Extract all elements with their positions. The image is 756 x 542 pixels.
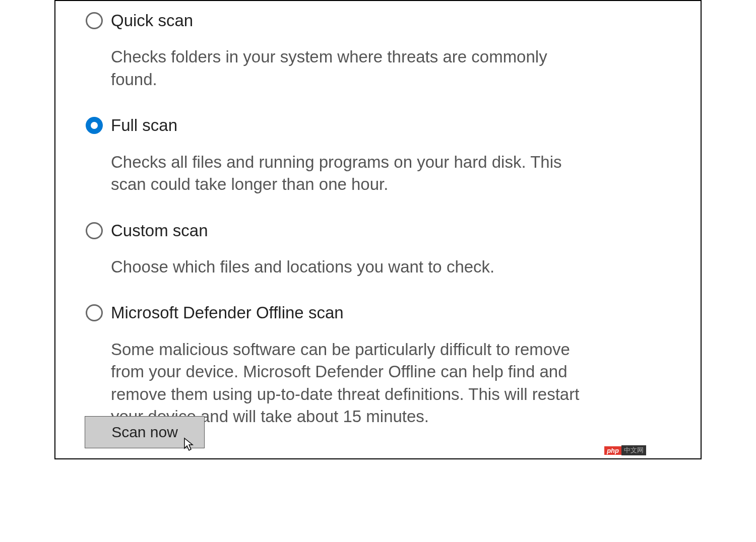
option-content: Full scan Checks all files and running p… (111, 115, 580, 195)
option-content: Custom scan Choose which files and locat… (111, 220, 580, 279)
watermark-right: 中文网 (621, 445, 646, 455)
custom-scan-label[interactable]: Custom scan (111, 220, 580, 241)
radio-unchecked-icon (86, 304, 103, 321)
scan-option-full: Full scan Checks all files and running p… (86, 115, 670, 195)
quick-scan-description: Checks folders in your system where thre… (111, 46, 580, 91)
scan-option-offline: Microsoft Defender Offline scan Some mal… (86, 302, 670, 428)
custom-scan-description: Choose which files and locations you wan… (111, 256, 580, 279)
radio-unchecked-icon (86, 12, 103, 29)
offline-scan-description: Some malicious software can be particula… (111, 338, 580, 428)
full-scan-radio[interactable] (86, 117, 104, 135)
scan-options-panel: Quick scan Checks folders in your system… (54, 0, 702, 459)
scan-now-button[interactable]: Scan now (85, 416, 205, 448)
watermark: php 中文网 (604, 445, 646, 455)
offline-scan-label[interactable]: Microsoft Defender Offline scan (111, 302, 580, 323)
offline-scan-radio[interactable] (86, 304, 104, 322)
option-content: Microsoft Defender Offline scan Some mal… (111, 302, 580, 428)
radio-dot-icon (91, 122, 98, 129)
radio-checked-icon (86, 117, 103, 134)
quick-scan-radio[interactable] (86, 12, 104, 30)
full-scan-label[interactable]: Full scan (111, 115, 580, 136)
option-content: Quick scan Checks folders in your system… (111, 10, 580, 91)
scan-option-custom: Custom scan Choose which files and locat… (86, 220, 670, 279)
quick-scan-label[interactable]: Quick scan (111, 10, 580, 31)
full-scan-description: Checks all files and running programs on… (111, 151, 580, 196)
watermark-left: php (604, 446, 621, 455)
scan-option-quick: Quick scan Checks folders in your system… (86, 10, 670, 91)
custom-scan-radio[interactable] (86, 222, 104, 240)
radio-unchecked-icon (86, 222, 103, 239)
